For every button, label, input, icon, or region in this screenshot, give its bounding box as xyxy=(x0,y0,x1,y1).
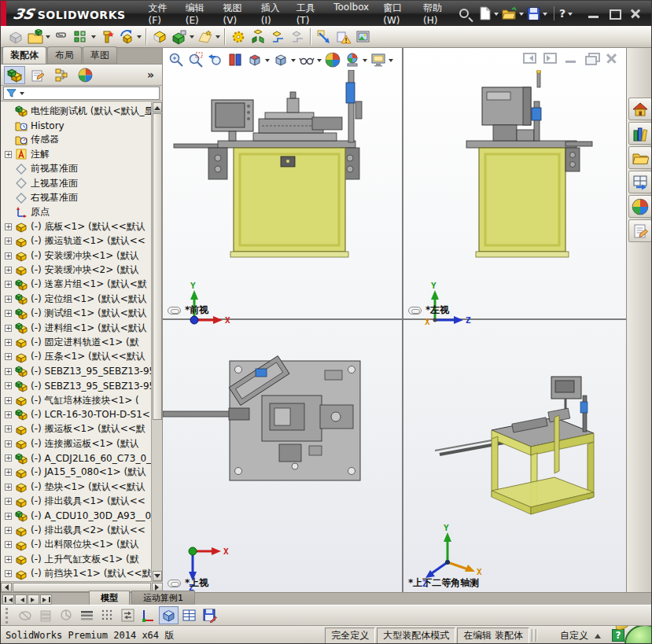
mate-button[interactable] xyxy=(51,27,71,46)
tab-motion-study[interactable]: 运动算例1 xyxy=(131,591,195,605)
display-style-icon[interactable] xyxy=(271,50,290,69)
tree-item[interactable]: +(-) 上升气缸支板<1> (默 xyxy=(1,552,152,566)
tree-item[interactable]: +(-) 送塞片组<1> (默认<默 xyxy=(1,278,152,292)
scroll-thumb[interactable] xyxy=(153,113,162,420)
apply-scene-icon[interactable] xyxy=(342,50,362,69)
tree-expander-icon[interactable]: + xyxy=(5,425,12,432)
hide-show-dropdown-icon[interactable] xyxy=(317,59,322,64)
open-part-button[interactable] xyxy=(25,27,45,46)
shaded-cube-view-icon[interactable] xyxy=(159,606,179,624)
tree-item[interactable]: +(-) 前挡块1<1> (默认<<默 xyxy=(1,567,152,581)
tree-item[interactable]: 原点 xyxy=(1,205,152,219)
save-dropdown-icon[interactable] xyxy=(543,13,547,18)
tree-item[interactable]: +(-) LCR-16-30-TOH-D-S1< xyxy=(1,407,152,421)
view-settings-icon[interactable] xyxy=(368,50,388,69)
save-sketch-icon[interactable] xyxy=(200,606,219,624)
tree-expander-icon[interactable]: + xyxy=(5,454,12,462)
solidworks-resources-home-icon[interactable] xyxy=(628,98,652,120)
scroll-up-button[interactable] xyxy=(153,102,162,112)
document-close-button[interactable] xyxy=(605,53,618,64)
smart-fasteners-button[interactable] xyxy=(97,27,116,46)
zoom-to-area-icon[interactable] xyxy=(186,50,205,69)
tree-expander-icon[interactable]: + xyxy=(5,541,12,548)
open-button[interactable] xyxy=(501,6,518,22)
tree-expander-icon[interactable]: + xyxy=(5,252,12,259)
tree-item[interactable]: +(-) 出料限位块<1> (默认 xyxy=(1,538,152,552)
view-orientation-dropdown-icon[interactable] xyxy=(265,59,270,64)
hide-show-items-icon[interactable] xyxy=(297,50,316,69)
tab-assembly[interactable]: 装配体 xyxy=(2,46,46,64)
tree-item[interactable]: 上视基准面 xyxy=(1,176,152,190)
new-motion-study-button[interactable] xyxy=(228,27,248,46)
tree-item[interactable]: +(-) 底板<1> (默认<<默认 xyxy=(1,219,152,234)
tree-item[interactable]: +注解 xyxy=(1,147,152,161)
reference-geometry-button[interactable] xyxy=(195,27,215,46)
units-up-arrow-icon[interactable] xyxy=(595,631,601,638)
tree-item[interactable]: History xyxy=(1,118,152,132)
help-dropdown-icon[interactable] xyxy=(568,13,573,18)
show-hidden-components-button[interactable] xyxy=(149,27,169,46)
new-document-button[interactable] xyxy=(478,5,492,22)
tree-item[interactable]: +(-) 连接搬运板<1> (默认 xyxy=(1,436,152,451)
tab-scroll-last-icon[interactable] xyxy=(40,594,52,605)
tree-expander-icon[interactable]: + xyxy=(5,484,12,491)
tree-item[interactable]: +(-) 排出载具<1> (默认<< xyxy=(1,495,152,509)
tree-item[interactable]: 电性能测试机 (默认<默认_显 xyxy=(1,104,152,118)
isolate-button[interactable] xyxy=(287,27,307,46)
feature-tree-tab-icon[interactable] xyxy=(4,66,25,84)
table-icon[interactable] xyxy=(179,606,199,624)
tree-expander-icon[interactable]: + xyxy=(5,368,12,375)
tree-item[interactable]: +(-) 固定进料轨道<1> (默 xyxy=(1,335,152,349)
display-style-dropdown-icon[interactable] xyxy=(291,59,296,64)
panel-overflow-chevrons[interactable]: » xyxy=(147,68,159,81)
tree-expander-icon[interactable]: + xyxy=(5,267,12,274)
tree-expander-icon[interactable]: + xyxy=(5,513,12,520)
tree-filter-box[interactable] xyxy=(3,86,160,100)
filter-dropdown-icon[interactable] xyxy=(20,92,24,98)
explode-line-sketch-button[interactable] xyxy=(267,27,287,46)
open-part-dropdown-icon[interactable] xyxy=(46,35,50,41)
property-manager-tab-icon[interactable] xyxy=(28,66,49,84)
design-library-icon[interactable] xyxy=(628,122,652,145)
tree-item[interactable]: +(-) 气缸培林连接块<1> ( xyxy=(1,393,152,407)
previous-document-icon[interactable] xyxy=(523,53,536,64)
tree-item[interactable]: +(-) 垫块<1> (默认<<默认 xyxy=(1,480,152,494)
previous-view-icon[interactable] xyxy=(205,50,225,69)
tree-item[interactable]: +(-) SEBZ13_95_SEBZ13-95 xyxy=(1,364,152,378)
file-explorer-icon[interactable] xyxy=(628,146,652,169)
interference-detection-button[interactable] xyxy=(314,27,333,46)
close-button[interactable] xyxy=(628,8,643,20)
view-orientation-icon[interactable] xyxy=(245,50,264,69)
scroll-left-button[interactable] xyxy=(1,583,12,592)
tree-item[interactable]: 传感器 xyxy=(1,133,152,147)
preview-window-button[interactable] xyxy=(353,27,373,46)
tree-item[interactable]: +(-) 测试组<1> (默认<默认 xyxy=(1,306,152,320)
edit-appearance-icon[interactable] xyxy=(322,50,342,69)
assembly-features-button[interactable] xyxy=(169,27,189,46)
line-format-icon[interactable] xyxy=(77,606,97,624)
grid-snap-icon[interactable] xyxy=(98,606,117,624)
linear-component-pattern-button[interactable] xyxy=(71,27,90,46)
tree-item[interactable]: +(-) 搬运轨道<1> (默认<< xyxy=(1,234,152,248)
move-component-dropdown-icon[interactable] xyxy=(137,35,142,41)
appearance-manager-tab-icon[interactable] xyxy=(75,66,96,84)
tree-expander-icon[interactable]: + xyxy=(5,498,12,505)
tree-item[interactable]: +(-) A_CDJ2L16_60_C73_0_ xyxy=(1,451,152,465)
tree-item[interactable]: 右视基准面 xyxy=(1,190,152,204)
swap-views-icon[interactable] xyxy=(118,606,138,624)
tree-expander-icon[interactable]: + xyxy=(5,223,12,230)
tree-item[interactable]: +(-) 搬运板<1> (默认<<默 xyxy=(1,422,152,436)
reference-geometry-dropdown-icon[interactable] xyxy=(215,35,220,41)
minimize-button[interactable] xyxy=(586,8,601,20)
tree-expander-icon[interactable]: + xyxy=(5,382,12,389)
pattern-dropdown-icon[interactable] xyxy=(91,35,96,41)
tree-expander-icon[interactable]: + xyxy=(5,281,12,288)
tab-model[interactable]: 模型 xyxy=(89,591,130,605)
coordinate-system-icon[interactable] xyxy=(138,606,158,624)
view-settings-dropdown-icon[interactable] xyxy=(389,59,393,64)
document-minimize-button[interactable] xyxy=(564,53,577,64)
tree-item[interactable]: 前视基准面 xyxy=(1,162,152,176)
apply-scene-dropdown-icon[interactable] xyxy=(363,59,367,64)
tree-expander-icon[interactable]: + xyxy=(5,151,12,158)
save-button[interactable] xyxy=(526,6,541,22)
